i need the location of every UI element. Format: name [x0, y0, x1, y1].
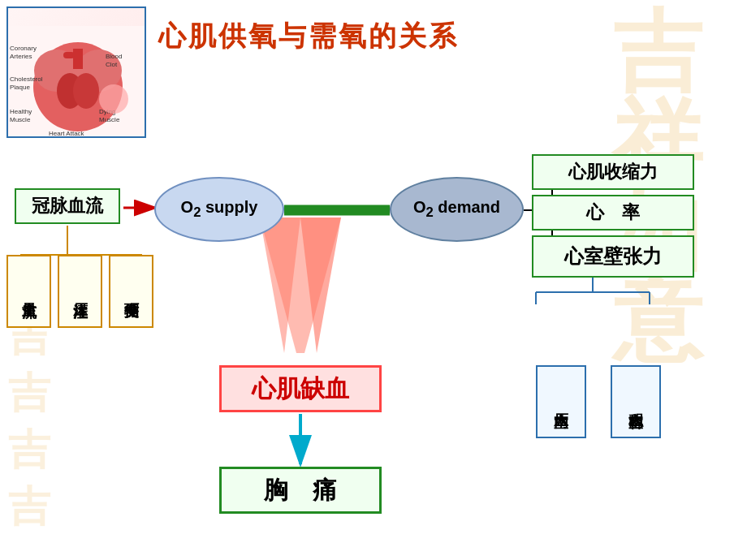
sub-boxes-container: 血流量 灌注压 侧支循环	[6, 255, 153, 328]
svg-marker-42	[260, 218, 341, 353]
svg-text:Blood: Blood	[106, 53, 122, 60]
svg-text:Heart Attack: Heart Attack	[49, 130, 85, 137]
sub-right-box-pressure: 室内压	[536, 365, 586, 438]
watermark-left2: 吉	[8, 365, 50, 422]
myocardial-ischemia-box: 心肌缺血	[219, 365, 382, 412]
watermark-left4: 吉	[8, 479, 50, 536]
svg-rect-6	[73, 49, 83, 69]
svg-text:Arteries: Arteries	[10, 53, 32, 60]
svg-point-19	[99, 84, 128, 114]
chest-pain-box: 胸 痛	[219, 467, 382, 514]
o2-demand-ellipse: O2 demand	[390, 177, 524, 242]
svg-text:Muscle: Muscle	[99, 116, 120, 123]
svg-text:Clot: Clot	[106, 61, 118, 68]
sub-right-boxes-container: 室内压 室内容积	[536, 365, 661, 438]
guanmai-box: 冠脉血流	[15, 188, 120, 224]
heart-image-container: Ischemic Heart Disease Coronary Arteries…	[6, 6, 146, 138]
svg-text:Muscle: Muscle	[10, 116, 31, 123]
svg-text:Plaque: Plaque	[10, 84, 30, 91]
svg-point-5	[73, 73, 99, 109]
svg-text:Cholesterol: Cholesterol	[10, 75, 43, 83]
svg-text:Healthy: Healthy	[10, 108, 32, 115]
right-boxes-container: 心肌收缩力 心 率 心室壁张力	[532, 154, 694, 278]
sub-box-guanzhu: 灌注压	[58, 255, 102, 328]
sub-right-box-volume: 室内容积	[611, 365, 661, 438]
sub-box-cezhi: 侧支循环	[109, 255, 153, 328]
right-box-heartrate: 心 率	[532, 195, 694, 230]
sub-box-xueliu: 血流量	[6, 255, 51, 328]
right-box-contraction: 心肌收缩力	[532, 154, 694, 190]
svg-text:Coronary: Coronary	[10, 45, 37, 52]
heart-diagram-svg: Coronary Arteries Cholesterol Plaque Blo…	[8, 26, 146, 138]
svg-marker-41	[260, 218, 300, 353]
page-title: 心肌供氧与需氧的关系	[158, 18, 459, 55]
o2-supply-ellipse: O2 supply	[154, 177, 284, 242]
svg-marker-40	[300, 218, 341, 353]
svg-rect-7	[63, 52, 75, 58]
watermark-left3: 吉	[8, 422, 50, 479]
right-box-wallstress: 心室壁张力	[532, 235, 694, 278]
